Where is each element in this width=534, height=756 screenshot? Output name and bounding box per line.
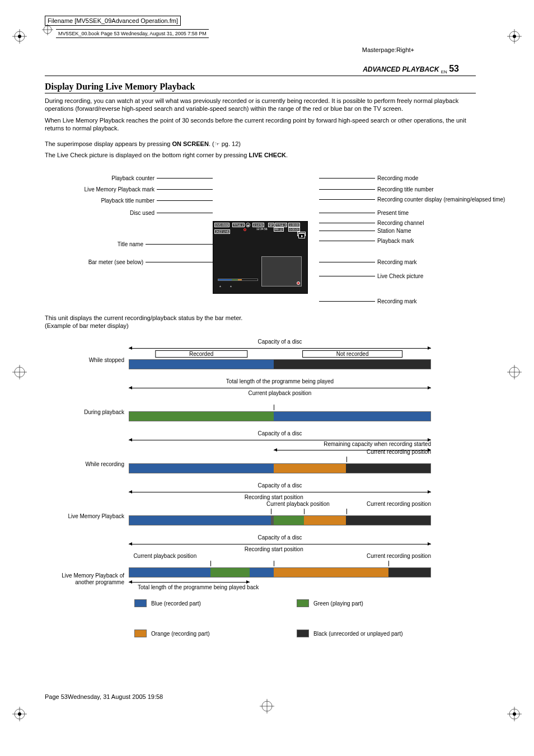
bar-segment <box>388 568 430 577</box>
callout-label: Live Memory Playback mark <box>84 186 213 192</box>
bar-segment <box>210 568 250 577</box>
bar-meter <box>129 567 431 577</box>
meter-sublabel: Total length of the programme being play… <box>129 584 431 590</box>
meter-row: During playbackTotal length of the progr… <box>45 378 476 421</box>
crop-mark-icon <box>506 364 523 381</box>
svg-point-1 <box>18 35 21 38</box>
playback-title-badge: TITLE 2 <box>232 223 245 227</box>
meter-intro: This unit displays the current recording… <box>45 314 476 330</box>
legend-label: Green (playing part) <box>313 600 363 607</box>
callout-label: Recording title number <box>319 186 434 192</box>
page-header: ADVANCED PLAYBACK EN 53 <box>45 65 476 76</box>
legend-label: Black (unrecorded or unplayed part) <box>313 631 403 637</box>
bar-segment <box>274 464 346 473</box>
tick-mark <box>274 405 274 410</box>
meter-sublabel: Recording start position <box>245 494 303 500</box>
bar-segment <box>274 360 430 369</box>
meter-sublabel: Current recording position <box>367 449 431 455</box>
body-paragraph: The Live Check picture is displayed on t… <box>45 151 476 159</box>
bar-segment <box>129 464 274 473</box>
bar-segment <box>250 568 274 577</box>
meter-caption: Total length of the programme being play… <box>129 378 431 384</box>
tick-mark <box>346 509 347 514</box>
remain-badge: 0:00:00 <box>288 227 300 232</box>
tick-mark <box>274 561 274 566</box>
meter-sublabel: Current recording position <box>367 501 431 507</box>
callout-label: Present time <box>319 210 409 216</box>
callout-label: Playback title number <box>101 198 213 204</box>
meter-row-label: While stopped <box>45 357 129 369</box>
bar-meter-mini <box>218 279 258 281</box>
crop-mark-icon <box>11 364 28 381</box>
recording-channel-badge: PR 12 <box>274 227 284 232</box>
legend-swatch <box>134 599 147 607</box>
bar-segment <box>346 516 430 525</box>
bar-segment <box>129 516 271 525</box>
bar-meter-examples: While stoppedCapacity of a discRecordedN… <box>45 339 476 591</box>
recording-mark-icon <box>243 228 246 231</box>
callout-label: Station Name <box>319 228 411 234</box>
live-check-picture <box>261 256 302 287</box>
body-paragraph: The superimpose display appears by press… <box>45 140 476 148</box>
legend-label: Orange (recording part) <box>151 631 210 637</box>
section-title: Display During Live Memory Playback <box>45 82 476 93</box>
tick-mark <box>304 509 305 514</box>
meter-row: While stoppedCapacity of a discRecordedN… <box>45 339 476 369</box>
legend-swatch <box>297 630 309 637</box>
page-number: 53 <box>449 64 459 73</box>
present-time: 12:34:56 <box>256 227 268 231</box>
legend-swatch <box>134 630 147 637</box>
meter-row-label: Live Memory Playback of another programm… <box>45 572 129 591</box>
legend-label: Blue (recorded part) <box>151 600 201 607</box>
bar-segment <box>304 516 346 525</box>
filename-box: Filename [MV5SEK_09Advanced Operation.fm… <box>45 16 181 26</box>
meter-sublabel: Remaining capacity when recording starte… <box>324 441 431 447</box>
callout-label: Disc used <box>130 210 213 216</box>
osd-diagram: Playback counterLive Memory Playback mar… <box>45 170 476 304</box>
meter-row-label: While recording <box>45 461 129 473</box>
crop-mark-icon <box>506 706 523 722</box>
footer-meta: Page 53Wednesday, 31 August 2005 19:58 <box>45 693 163 700</box>
bar-segment <box>274 412 430 421</box>
meter-row: Live Memory Playback of another programm… <box>45 534 476 591</box>
bar-segment <box>129 412 274 421</box>
svg-point-9 <box>513 712 516 716</box>
recording-counter-badge: 1:00:00 <box>288 223 300 227</box>
meter-row-label: Live Memory Playback <box>45 513 129 525</box>
tick-mark <box>388 561 389 566</box>
masterpage-label: Masterpage:Right+ <box>362 46 414 53</box>
bar-segment <box>274 568 388 577</box>
body-paragraph: When Live Memory Playback reaches the po… <box>45 116 476 133</box>
callout-label: Playback mark <box>319 238 414 244</box>
recording-title-badge: TITLE 3 <box>275 223 287 227</box>
legend-swatch <box>297 599 309 607</box>
crop-mark-icon <box>259 698 275 716</box>
section-name: ADVANCED PLAYBACK <box>363 65 439 73</box>
callout-label: Recording counter display (remaining/ela… <box>319 196 505 203</box>
crop-mark-icon <box>41 24 54 37</box>
callout-label: Recording mode <box>319 175 418 181</box>
live-memory-mark-icon: ◉ <box>246 223 250 227</box>
callout-label: Recording channel <box>319 220 424 226</box>
body-paragraph: During recording, you can watch at your … <box>45 97 476 113</box>
callout-label: Playback counter <box>111 175 213 181</box>
playback-counter-badge: 2:14:56 <box>252 223 264 227</box>
meter-caption: Capacity of a disc <box>129 339 431 345</box>
meter-sublabel: Current playback position <box>133 553 196 559</box>
meter-sublabel: Current recording position <box>367 553 431 559</box>
bar-meter <box>129 463 431 473</box>
recording-mode-badge: SP <box>268 223 274 227</box>
callout-label: Bar meter (see below) <box>88 259 213 265</box>
meter-sublabel: Recording start position <box>245 546 303 552</box>
tick-mark <box>210 561 211 566</box>
crop-mark-icon <box>11 28 28 45</box>
recording-mark-icon <box>297 281 300 285</box>
meter-row-label: During playback <box>45 409 129 421</box>
bar-meter <box>129 359 431 369</box>
svg-point-7 <box>18 712 21 716</box>
crop-mark-icon <box>506 28 523 45</box>
disc-badge: DVD-RAM <box>214 223 229 227</box>
meter-row: Live Memory PlaybackCapacity of a discRe… <box>45 482 476 525</box>
book-meta: MV5SEK_00.book Page 53 Wednesday, August… <box>56 29 209 38</box>
title-name-badge: JAZZ LIVE <box>214 229 230 234</box>
